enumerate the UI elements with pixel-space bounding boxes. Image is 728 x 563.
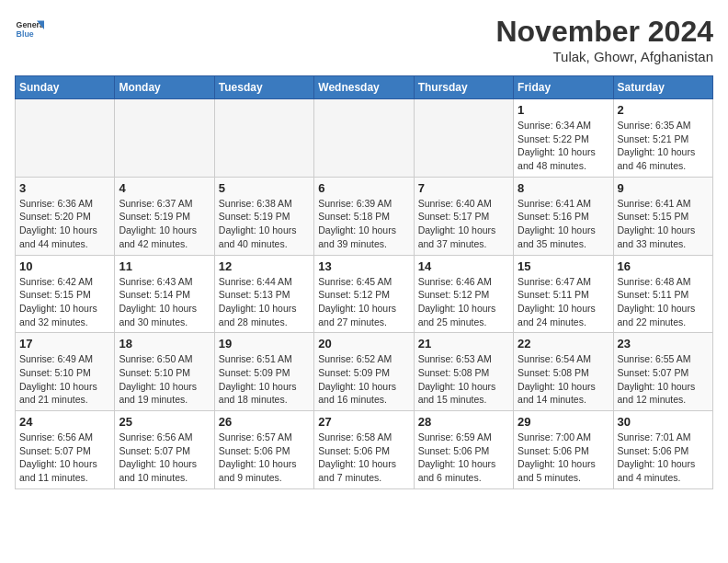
day-info: Sunrise: 6:35 AMSunset: 5:21 PMDaylight:… — [618, 119, 709, 173]
day-info: Sunrise: 6:44 AMSunset: 5:13 PMDaylight:… — [219, 275, 310, 329]
calendar-day-cell — [214, 99, 313, 178]
day-info: Sunrise: 6:42 AMSunset: 5:15 PMDaylight:… — [19, 275, 110, 329]
calendar-day-cell: 16Sunrise: 6:48 AMSunset: 5:11 PMDayligh… — [613, 255, 712, 333]
day-number: 23 — [618, 337, 709, 350]
day-number: 9 — [618, 181, 709, 195]
logo-icon: General Blue — [15, 15, 44, 44]
day-info: Sunrise: 6:45 AMSunset: 5:12 PMDaylight:… — [318, 275, 409, 329]
calendar-day-cell — [115, 99, 214, 178]
day-number: 29 — [518, 415, 609, 429]
day-info: Sunrise: 6:50 AMSunset: 5:10 PMDaylight:… — [119, 352, 210, 407]
calendar-day-cell — [314, 99, 414, 178]
page-header: General Blue November 2024 Tulak, Ghowr,… — [15, 15, 713, 64]
day-number: 21 — [418, 337, 509, 350]
day-info: Sunrise: 6:56 AMSunset: 5:07 PMDaylight:… — [119, 431, 210, 485]
calendar-day-cell: 28Sunrise: 6:59 AMSunset: 5:06 PMDayligh… — [414, 411, 513, 489]
day-number: 19 — [219, 337, 310, 350]
day-number: 8 — [518, 181, 609, 195]
day-number: 6 — [318, 181, 409, 195]
day-number: 13 — [318, 259, 409, 273]
day-info: Sunrise: 6:37 AMSunset: 5:19 PMDaylight:… — [119, 197, 210, 251]
day-info: Sunrise: 6:57 AMSunset: 5:06 PMDaylight:… — [219, 431, 310, 485]
day-info: Sunrise: 6:59 AMSunset: 5:06 PMDaylight:… — [418, 431, 509, 485]
day-info: Sunrise: 6:48 AMSunset: 5:11 PMDaylight:… — [618, 275, 709, 329]
calendar-day-cell: 3Sunrise: 6:36 AMSunset: 5:20 PMDaylight… — [16, 177, 115, 255]
day-number: 25 — [119, 415, 210, 429]
svg-text:Blue: Blue — [17, 29, 34, 39]
day-number: 17 — [19, 337, 110, 350]
day-number: 20 — [318, 337, 409, 350]
weekday-header: Friday — [514, 76, 613, 99]
day-info: Sunrise: 6:36 AMSunset: 5:20 PMDaylight:… — [19, 197, 110, 251]
calendar-day-cell: 17Sunrise: 6:49 AMSunset: 5:10 PMDayligh… — [16, 333, 115, 411]
calendar-day-cell: 9Sunrise: 6:41 AMSunset: 5:15 PMDaylight… — [613, 177, 712, 255]
calendar-day-cell: 23Sunrise: 6:55 AMSunset: 5:07 PMDayligh… — [613, 333, 712, 411]
calendar-day-cell: 20Sunrise: 6:52 AMSunset: 5:09 PMDayligh… — [314, 333, 414, 411]
calendar-day-cell: 10Sunrise: 6:42 AMSunset: 5:15 PMDayligh… — [16, 255, 115, 333]
calendar-day-cell: 24Sunrise: 6:56 AMSunset: 5:07 PMDayligh… — [16, 411, 115, 489]
calendar-day-cell: 11Sunrise: 6:43 AMSunset: 5:14 PMDayligh… — [115, 255, 214, 333]
title-block: November 2024 Tulak, Ghowr, Afghanistan — [495, 15, 713, 64]
calendar-day-cell: 18Sunrise: 6:50 AMSunset: 5:10 PMDayligh… — [115, 333, 214, 411]
calendar-day-cell — [414, 99, 513, 178]
day-info: Sunrise: 6:41 AMSunset: 5:15 PMDaylight:… — [618, 197, 709, 251]
calendar-day-cell: 4Sunrise: 6:37 AMSunset: 5:19 PMDaylight… — [115, 177, 214, 255]
calendar-day-cell — [16, 99, 115, 178]
calendar-day-cell: 19Sunrise: 6:51 AMSunset: 5:09 PMDayligh… — [214, 333, 313, 411]
calendar-day-cell: 22Sunrise: 6:54 AMSunset: 5:08 PMDayligh… — [514, 333, 613, 411]
day-number: 15 — [518, 259, 609, 273]
weekday-header: Tuesday — [214, 76, 313, 99]
day-info: Sunrise: 6:54 AMSunset: 5:08 PMDaylight:… — [518, 352, 609, 407]
day-number: 11 — [119, 259, 210, 273]
day-number: 3 — [19, 181, 110, 195]
day-number: 26 — [219, 415, 310, 429]
calendar-day-cell: 5Sunrise: 6:38 AMSunset: 5:19 PMDaylight… — [214, 177, 313, 255]
calendar-day-cell: 14Sunrise: 6:46 AMSunset: 5:12 PMDayligh… — [414, 255, 513, 333]
day-info: Sunrise: 6:58 AMSunset: 5:06 PMDaylight:… — [318, 431, 409, 485]
calendar-day-cell: 27Sunrise: 6:58 AMSunset: 5:06 PMDayligh… — [314, 411, 414, 489]
calendar-day-cell: 6Sunrise: 6:39 AMSunset: 5:18 PMDaylight… — [314, 177, 414, 255]
calendar-day-cell: 7Sunrise: 6:40 AMSunset: 5:17 PMDaylight… — [414, 177, 513, 255]
day-number: 1 — [518, 103, 609, 117]
weekday-header: Thursday — [414, 76, 513, 99]
day-info: Sunrise: 6:55 AMSunset: 5:07 PMDaylight:… — [618, 352, 709, 407]
day-number: 14 — [418, 259, 509, 273]
day-number: 4 — [119, 181, 210, 195]
calendar-week-row: 17Sunrise: 6:49 AMSunset: 5:10 PMDayligh… — [16, 333, 713, 411]
day-info: Sunrise: 6:39 AMSunset: 5:18 PMDaylight:… — [318, 197, 409, 251]
calendar-day-cell: 12Sunrise: 6:44 AMSunset: 5:13 PMDayligh… — [214, 255, 313, 333]
day-info: Sunrise: 6:46 AMSunset: 5:12 PMDaylight:… — [418, 275, 509, 329]
day-number: 28 — [418, 415, 509, 429]
day-info: Sunrise: 6:43 AMSunset: 5:14 PMDaylight:… — [119, 275, 210, 329]
weekday-header-row: SundayMondayTuesdayWednesdayThursdayFrid… — [16, 76, 713, 99]
day-info: Sunrise: 6:49 AMSunset: 5:10 PMDaylight:… — [19, 352, 110, 407]
day-number: 22 — [518, 337, 609, 350]
calendar-day-cell: 21Sunrise: 6:53 AMSunset: 5:08 PMDayligh… — [414, 333, 513, 411]
day-info: Sunrise: 6:41 AMSunset: 5:16 PMDaylight:… — [518, 197, 609, 251]
day-info: Sunrise: 6:51 AMSunset: 5:09 PMDaylight:… — [219, 352, 310, 407]
day-info: Sunrise: 6:47 AMSunset: 5:11 PMDaylight:… — [518, 275, 609, 329]
day-number: 18 — [119, 337, 210, 350]
day-info: Sunrise: 6:53 AMSunset: 5:08 PMDaylight:… — [418, 352, 509, 407]
weekday-header: Saturday — [613, 76, 712, 99]
day-number: 5 — [219, 181, 310, 195]
day-info: Sunrise: 6:56 AMSunset: 5:07 PMDaylight:… — [19, 431, 110, 485]
calendar-day-cell: 1Sunrise: 6:34 AMSunset: 5:22 PMDaylight… — [514, 99, 613, 178]
day-number: 24 — [19, 415, 110, 429]
calendar-day-cell: 2Sunrise: 6:35 AMSunset: 5:21 PMDaylight… — [613, 99, 712, 178]
weekday-header: Sunday — [16, 76, 115, 99]
day-info: Sunrise: 7:00 AMSunset: 5:06 PMDaylight:… — [518, 431, 609, 485]
day-number: 16 — [618, 259, 709, 273]
logo: General Blue — [15, 15, 48, 44]
day-number: 30 — [618, 415, 709, 429]
day-number: 27 — [318, 415, 409, 429]
calendar-week-row: 24Sunrise: 6:56 AMSunset: 5:07 PMDayligh… — [16, 411, 713, 489]
calendar-day-cell: 13Sunrise: 6:45 AMSunset: 5:12 PMDayligh… — [314, 255, 414, 333]
calendar-day-cell: 8Sunrise: 6:41 AMSunset: 5:16 PMDaylight… — [514, 177, 613, 255]
calendar-day-cell: 15Sunrise: 6:47 AMSunset: 5:11 PMDayligh… — [514, 255, 613, 333]
day-info: Sunrise: 6:38 AMSunset: 5:19 PMDaylight:… — [219, 197, 310, 251]
calendar-week-row: 3Sunrise: 6:36 AMSunset: 5:20 PMDaylight… — [16, 177, 713, 255]
day-info: Sunrise: 6:40 AMSunset: 5:17 PMDaylight:… — [418, 197, 509, 251]
day-info: Sunrise: 6:34 AMSunset: 5:22 PMDaylight:… — [518, 119, 609, 173]
day-number: 2 — [618, 103, 709, 117]
